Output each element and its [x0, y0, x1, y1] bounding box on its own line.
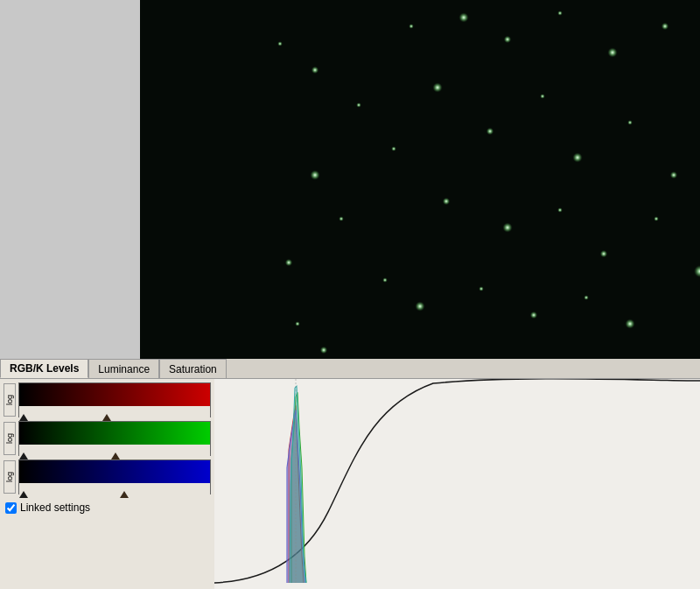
blue-log-label[interactable]: log — [4, 460, 16, 494]
blue-slider-left[interactable] — [19, 491, 28, 498]
star-image — [140, 0, 700, 359]
star-canvas — [140, 0, 700, 359]
red-gradient-container — [18, 382, 211, 417]
green-log-label[interactable]: log — [4, 422, 16, 455]
blue-channel-row: log — [4, 459, 211, 494]
tab-saturation[interactable]: Saturation — [159, 359, 227, 378]
red-channel-row: log — [4, 382, 211, 417]
blue-gradient-container — [18, 459, 211, 494]
green-gradient-container — [18, 421, 211, 456]
image-area — [0, 0, 700, 359]
green-slider-mid[interactable] — [111, 452, 120, 459]
histogram-svg — [214, 379, 700, 589]
blue-slider-mid[interactable] — [120, 491, 129, 498]
panel-content: log log — [0, 378, 700, 589]
tab-luminance[interactable]: Luminance — [88, 359, 159, 378]
left-gray-panel — [0, 0, 140, 359]
blue-slider-track — [19, 486, 210, 498]
green-gradient — [19, 422, 210, 445]
red-slider-left[interactable] — [19, 414, 28, 421]
blue-gradient — [19, 460, 210, 483]
linked-settings-row: Linked settings — [4, 498, 211, 517]
green-channel-row: log — [4, 421, 211, 456]
linked-settings-checkbox[interactable] — [5, 502, 17, 514]
red-slider-mid[interactable] — [102, 414, 111, 421]
green-slider-left[interactable] — [19, 452, 28, 459]
green-slider-track — [19, 447, 210, 459]
red-log-label[interactable]: log — [4, 383, 16, 417]
main-container: RGB/K Levels Luminance Saturation log — [0, 0, 700, 589]
red-slider-track — [19, 409, 210, 421]
red-gradient — [19, 383, 210, 406]
bottom-panel: RGB/K Levels Luminance Saturation log — [0, 359, 700, 589]
tab-bar: RGB/K Levels Luminance Saturation — [0, 359, 700, 378]
left-controls: log log — [0, 379, 214, 589]
linked-settings-label: Linked settings — [20, 501, 90, 514]
histogram-area — [214, 379, 700, 589]
tab-rgb-levels[interactable]: RGB/K Levels — [0, 359, 88, 378]
